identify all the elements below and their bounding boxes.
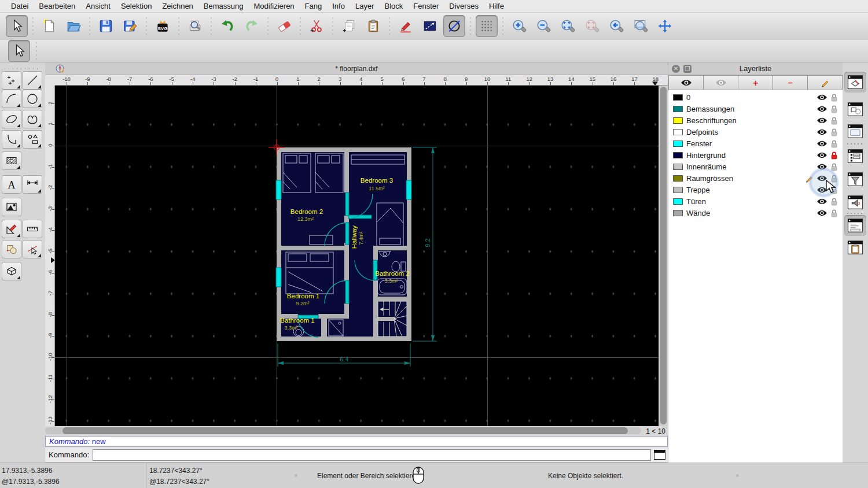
zoom-previous-button[interactable] [605, 15, 627, 37]
layer-row-bemassungen[interactable]: Bemassungen [668, 103, 843, 114]
tool-dimension-button[interactable] [23, 175, 42, 194]
layer-lock-toggle[interactable] [830, 139, 838, 148]
menu-item-bemassung[interactable]: Bemassung [198, 2, 249, 10]
add-layer-button[interactable]: ＋ [738, 75, 773, 90]
menu-item-selektion[interactable]: Selektion [116, 2, 157, 10]
menu-item-modifizieren[interactable]: Modifizieren [249, 2, 300, 10]
layer-row-beschriftungen[interactable]: Beschriftungen [668, 114, 843, 126]
redo-button[interactable] [241, 15, 263, 37]
hide-all-layers-button[interactable] [704, 75, 738, 90]
copy-button[interactable] [338, 15, 360, 37]
panel-toggle-view-list-button[interactable] [844, 146, 866, 167]
horizontal-scrollbar[interactable] [45, 427, 641, 434]
menu-item-fenster[interactable]: Fenster [408, 2, 444, 10]
layer-lock-toggle[interactable] [830, 128, 838, 136]
layer-visibility-toggle[interactable] [816, 105, 827, 113]
zoom-in-button[interactable] [508, 15, 530, 37]
restriction-off-button[interactable] [443, 15, 465, 37]
vertical-scrollbar-thumb[interactable] [660, 87, 667, 424]
pointer-button[interactable] [6, 15, 28, 37]
tool-blocks-button[interactable] [2, 240, 21, 258]
remove-layer-button[interactable]: － [773, 75, 808, 90]
layer-color-swatch[interactable] [673, 106, 683, 112]
drawing-canvas[interactable]: Bedroom 2 12.3m² Bedroom 3 11.5m² Bedroo… [55, 86, 659, 426]
undo-button[interactable] [216, 15, 238, 37]
layer-row-defpoints[interactable]: Defpoints [668, 126, 843, 138]
layer-visibility-toggle[interactable] [816, 163, 827, 171]
layer-color-swatch[interactable] [673, 164, 683, 170]
layer-row-t-ren[interactable]: Türen [668, 195, 843, 207]
layer-lock-toggle[interactable] [830, 186, 838, 194]
layer-panel-header[interactable]: Layerliste ✕ ❐ [668, 62, 843, 75]
layer-color-swatch[interactable] [673, 210, 683, 216]
palette-drag-handle[interactable] [3, 68, 41, 70]
layer-row-raumgr-ssen[interactable]: Raumgrössen [668, 172, 843, 184]
panel-toggle-block-list-button[interactable] [844, 99, 866, 120]
grid-toggle-button[interactable] [476, 15, 498, 37]
tool-arc-button[interactable] [2, 90, 21, 108]
save-button[interactable] [95, 15, 117, 37]
layer-lock-toggle[interactable] [830, 151, 838, 160]
scale-reference-button[interactable] [419, 15, 441, 37]
layer-color-swatch[interactable] [673, 198, 683, 205]
zoom-window-button[interactable] [630, 15, 652, 37]
tool-select-button[interactable] [23, 240, 42, 258]
layer-visibility-toggle[interactable] [816, 117, 827, 124]
delete-button[interactable] [273, 15, 295, 37]
edit-layer-button[interactable] [808, 75, 843, 90]
command-dock-button[interactable] [654, 450, 665, 460]
layer-row-treppe[interactable]: Treppe [668, 184, 843, 195]
layer-lock-toggle[interactable] [830, 197, 838, 206]
menu-item-hilfe[interactable]: Hilfe [484, 2, 509, 10]
open-file-button[interactable] [62, 15, 84, 37]
menu-item-fang[interactable]: Fang [300, 2, 328, 10]
menu-item-diverses[interactable]: Diverses [444, 2, 484, 10]
layer-visibility-toggle[interactable] [816, 175, 827, 182]
layer-color-swatch[interactable] [673, 117, 683, 124]
drawing-preferences-button[interactable] [395, 15, 417, 37]
close-panel-icon[interactable]: ✕ [672, 65, 680, 73]
tool-line-button[interactable] [23, 71, 42, 90]
cut-button[interactable] [306, 15, 328, 37]
layer-row-w-nde[interactable]: Wände [668, 207, 843, 219]
tool-measure-button[interactable] [23, 220, 42, 238]
tool-text-button[interactable]: A [2, 175, 21, 194]
selection-pointer-button[interactable] [8, 40, 30, 62]
show-all-layers-button[interactable] [668, 75, 704, 90]
layer-lock-toggle[interactable] [830, 93, 838, 102]
layer-lock-toggle[interactable] [830, 116, 838, 125]
tool-circle-button[interactable] [23, 90, 42, 108]
tool-hatch-button[interactable] [2, 151, 21, 170]
menu-item-datei[interactable]: Datei [6, 2, 34, 10]
menu-item-bearbeiten[interactable]: Bearbeiten [34, 2, 80, 10]
layer-color-swatch[interactable] [673, 94, 683, 101]
layer-lock-toggle[interactable] [830, 162, 838, 171]
tool-polyline-button[interactable] [2, 130, 21, 149]
menu-item-ansicht[interactable]: Ansicht [80, 2, 116, 10]
tool-spline-button[interactable] [23, 110, 42, 128]
layer-color-swatch[interactable] [673, 141, 683, 147]
layer-color-swatch[interactable] [673, 175, 683, 182]
save-as-button[interactable] [119, 15, 141, 37]
document-titlebar[interactable]: * floorplan.dxf [45, 62, 668, 75]
layer-color-swatch[interactable] [673, 129, 683, 135]
svg-export-button[interactable]: SVG [152, 15, 174, 37]
float-panel-icon[interactable]: ❐ [683, 65, 692, 73]
print-preview-button[interactable] [184, 15, 206, 37]
layer-row-0[interactable]: 0 [668, 91, 843, 103]
new-file-button[interactable] [38, 15, 60, 37]
paste-button[interactable] [362, 15, 384, 37]
panel-toggle-layer-list-button[interactable] [844, 72, 866, 93]
menu-item-zeichnen[interactable]: Zeichnen [157, 2, 198, 10]
tool-modify-button[interactable] [2, 220, 21, 238]
zoom-auto-button[interactable] [557, 15, 579, 37]
panel-toggle-command-line-button[interactable] [844, 215, 866, 236]
layer-row-fenster[interactable]: Fenster [668, 138, 843, 149]
zoom-pan-button[interactable] [654, 15, 676, 37]
layer-visibility-toggle[interactable] [816, 128, 827, 136]
layer-row-innenr-ume[interactable]: Innenräume [668, 161, 843, 172]
layer-lock-toggle[interactable] [830, 105, 838, 113]
zoom-selection-button[interactable] [581, 15, 603, 37]
layer-visibility-toggle[interactable] [816, 151, 827, 159]
layer-visibility-toggle[interactable] [816, 94, 827, 101]
